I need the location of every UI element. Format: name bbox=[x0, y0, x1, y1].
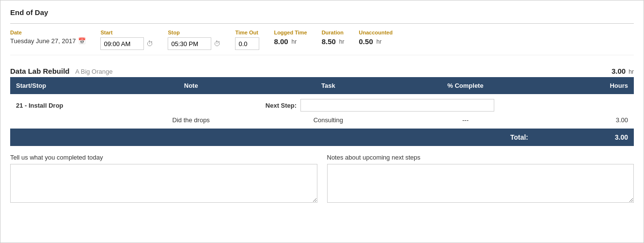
unaccounted-value-row: 0.50 hr bbox=[359, 37, 393, 46]
stop-clock-icon[interactable]: ⏱ bbox=[214, 40, 220, 48]
project-hours-unit: hr bbox=[628, 68, 634, 75]
title-separator bbox=[10, 23, 634, 24]
project-info: Data Lab Rebuild A Big Orange bbox=[10, 67, 112, 75]
timeout-value-row bbox=[235, 37, 259, 50]
logged-field: Logged Time 8.00 hr bbox=[274, 30, 307, 46]
task-table: Start/Stop Note Task % Complete Hours 21… bbox=[10, 77, 634, 146]
upcoming-notes-textarea[interactable] bbox=[327, 164, 634, 203]
date-value-row: Tuesday June 27, 2017 📅 bbox=[10, 37, 86, 45]
upcoming-notes-field: Notes about upcoming next steps bbox=[327, 154, 634, 204]
logged-label: Logged Time bbox=[274, 30, 307, 35]
timeout-field: Time Out bbox=[235, 30, 259, 50]
duration-unit: hr bbox=[339, 38, 345, 45]
date-field: Date Tuesday June 27, 2017 📅 bbox=[10, 30, 86, 45]
next-step-label: Next Step: bbox=[266, 102, 297, 109]
project-client: A Big Orange bbox=[75, 68, 112, 75]
stop-label: Stop bbox=[168, 30, 220, 35]
col-note: Note bbox=[123, 77, 260, 94]
stop-input[interactable] bbox=[168, 37, 211, 50]
date-label: Date bbox=[10, 30, 86, 35]
completed-notes-field: Tell us what you completed today bbox=[10, 154, 317, 204]
task-name-row: 21 - Install Drop Next Step: bbox=[10, 94, 634, 114]
col-task: Task bbox=[260, 77, 397, 94]
stop-value-row: ⏱ bbox=[168, 37, 220, 50]
project-name: Data Lab Rebuild bbox=[10, 67, 70, 75]
upcoming-notes-label: Notes about upcoming next steps bbox=[327, 154, 634, 161]
unaccounted-unit: hr bbox=[377, 38, 382, 45]
notes-section: Tell us what you completed today Notes a… bbox=[10, 154, 634, 204]
header-row: Date Tuesday June 27, 2017 📅 Start ⏱ Sto… bbox=[10, 30, 634, 55]
project-header-row: Data Lab Rebuild A Big Orange 3.00 hr bbox=[10, 64, 634, 77]
duration-field: Duration 8.50 hr bbox=[322, 30, 345, 46]
calendar-icon[interactable]: 📅 bbox=[78, 37, 86, 45]
next-step-cell: Next Step: bbox=[266, 99, 628, 112]
table-header: Start/Stop Note Task % Complete Hours bbox=[10, 77, 634, 94]
col-complete: % Complete bbox=[397, 77, 534, 94]
completed-notes-textarea[interactable] bbox=[10, 164, 317, 203]
total-value: 3.00 bbox=[534, 129, 634, 146]
col-hours: Hours bbox=[534, 77, 634, 94]
logged-value: 8.00 bbox=[274, 37, 288, 46]
task-note: Did the drops bbox=[123, 114, 260, 129]
completed-notes-label: Tell us what you completed today bbox=[10, 154, 317, 161]
task-detail-row: Did the drops Consulting --- 3.00 bbox=[10, 114, 634, 129]
task-type: Consulting bbox=[260, 114, 397, 129]
page-title: End of Day bbox=[10, 8, 634, 16]
start-clock-icon[interactable]: ⏱ bbox=[146, 40, 153, 48]
timeout-label: Time Out bbox=[235, 30, 259, 35]
project-hours: 3.00 hr bbox=[612, 67, 634, 75]
date-value: Tuesday June 27, 2017 bbox=[10, 37, 76, 45]
start-value-row: ⏱ bbox=[100, 37, 153, 50]
start-input[interactable] bbox=[100, 37, 144, 50]
start-field: Start ⏱ bbox=[100, 30, 153, 50]
duration-value: 8.50 bbox=[322, 37, 336, 46]
duration-value-row: 8.50 hr bbox=[322, 37, 345, 46]
start-label: Start bbox=[100, 30, 153, 35]
stop-field: Stop ⏱ bbox=[168, 30, 220, 50]
task-startstop bbox=[10, 114, 123, 129]
timeout-input[interactable] bbox=[235, 37, 259, 50]
unaccounted-field: Unaccounted 0.50 hr bbox=[359, 30, 393, 46]
next-step-input[interactable] bbox=[300, 99, 494, 112]
project-hours-value: 3.00 bbox=[612, 67, 626, 75]
project-section: Data Lab Rebuild A Big Orange 3.00 hr St… bbox=[10, 64, 634, 146]
unaccounted-label: Unaccounted bbox=[359, 30, 393, 35]
total-row: Total: 3.00 bbox=[10, 129, 634, 146]
logged-unit: hr bbox=[292, 38, 297, 45]
task-complete: --- bbox=[397, 114, 534, 129]
duration-label: Duration bbox=[322, 30, 345, 35]
unaccounted-value: 0.50 bbox=[359, 37, 373, 46]
task-hours: 3.00 bbox=[534, 114, 634, 129]
task-name: 21 - Install Drop bbox=[10, 94, 260, 114]
total-label-cell: Total: bbox=[10, 129, 534, 146]
col-start-stop: Start/Stop bbox=[10, 77, 123, 94]
logged-value-row: 8.00 hr bbox=[274, 37, 307, 46]
page-container: End of Day Date Tuesday June 27, 2017 📅 … bbox=[0, 0, 644, 243]
